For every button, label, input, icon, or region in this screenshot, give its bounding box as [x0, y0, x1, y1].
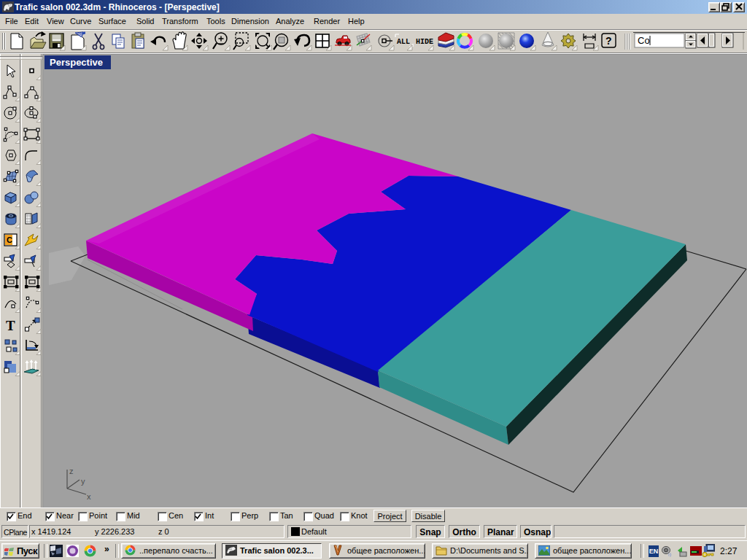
- svg-text:z: z: [69, 467, 74, 475]
- svg-text:Co: Co: [638, 35, 650, 46]
- svg-text:y: y: [81, 477, 85, 486]
- svg-text:T: T: [6, 318, 15, 333]
- svg-text:x: x: [87, 492, 91, 501]
- svg-text:C: C: [7, 236, 12, 244]
- svg-text:HIDE: HIDE: [416, 38, 433, 46]
- svg-text:?: ?: [605, 35, 612, 47]
- svg-text:ALL: ALL: [397, 38, 410, 46]
